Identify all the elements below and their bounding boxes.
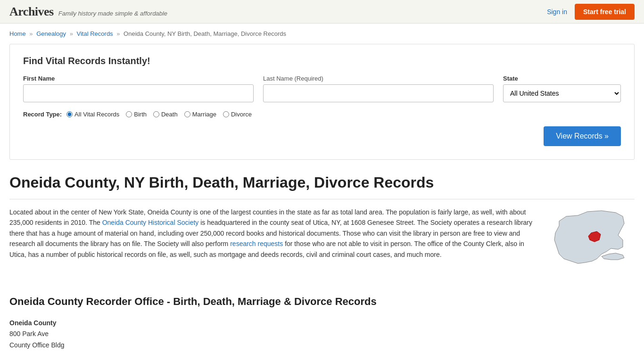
record-type-label: Record Type:	[23, 111, 62, 118]
breadcrumb-genealogy[interactable]: Genealogy	[36, 30, 66, 37]
signin-link[interactable]: Sign in	[547, 8, 567, 16]
radio-divorce-input[interactable]	[223, 111, 229, 117]
last-name-input[interactable]	[263, 84, 494, 102]
research-requests-link[interactable]: research requests	[230, 240, 283, 247]
radio-all-vital-input[interactable]	[66, 111, 73, 117]
logo: Archives	[9, 5, 54, 19]
radio-divorce-label: Divorce	[231, 111, 252, 118]
radio-marriage-input[interactable]	[184, 111, 190, 117]
page-title: Oneida County, NY Birth, Death, Marriage…	[9, 174, 635, 199]
last-name-label: Last Name (Required)	[263, 75, 494, 82]
radio-birth-label: Birth	[134, 111, 147, 118]
search-fields: First Name Last Name (Required) State Al…	[23, 75, 621, 102]
radio-all-vital-label: All Vital Records	[74, 111, 119, 118]
first-name-input[interactable]	[23, 84, 254, 102]
radio-group: All Vital Records Birth Death Marriage D…	[66, 111, 252, 118]
radio-death-input[interactable]	[153, 111, 159, 117]
radio-marriage[interactable]: Marriage	[184, 111, 216, 118]
office-address: 800 Park Ave County Office Bldg	[9, 329, 635, 351]
breadcrumb-vital-records[interactable]: Vital Records	[77, 30, 113, 37]
breadcrumb-sep-1: »	[29, 30, 33, 37]
radio-marriage-label: Marriage	[192, 111, 216, 118]
view-records-button[interactable]: View Records »	[544, 126, 621, 146]
ny-map	[550, 207, 635, 281]
breadcrumb-home[interactable]: Home	[9, 30, 26, 37]
radio-death-label: Death	[161, 111, 178, 118]
breadcrumb-current: Oneida County, NY Birth, Death, Marriage…	[124, 30, 286, 37]
breadcrumb-sep-3: »	[116, 30, 120, 37]
header-right: Sign in Start free trial	[547, 4, 635, 20]
state-label: State	[503, 75, 621, 82]
description-paragraph: Located about in the center of New York …	[9, 207, 536, 260]
state-group: State All United States New York Califor…	[503, 75, 621, 102]
header: Archives Family history made simple & af…	[0, 0, 644, 24]
record-type-row: Record Type: All Vital Records Birth Dea…	[23, 111, 621, 118]
last-name-group: Last Name (Required)	[263, 75, 494, 102]
historical-society-link[interactable]: Oneida County Historical Society	[102, 219, 199, 226]
state-select[interactable]: All United States New York California Te…	[503, 84, 621, 102]
section2-title: Oneida County Recorder Office - Birth, D…	[9, 296, 635, 312]
search-box: Find Vital Records Instantly! First Name…	[9, 44, 635, 160]
radio-all-vital[interactable]: All Vital Records	[66, 111, 119, 118]
tagline: Family history made simple & affordable	[58, 10, 167, 17]
radio-birth[interactable]: Birth	[126, 111, 147, 118]
first-name-label: First Name	[23, 75, 254, 82]
main-content: Oneida County, NY Birth, Death, Marriage…	[0, 169, 644, 362]
office-address-line1: 800 Park Ave	[9, 330, 49, 337]
view-records-row: View Records »	[23, 126, 621, 146]
breadcrumb: Home » Genealogy » Vital Records » Oneid…	[0, 24, 644, 44]
content-text: Located about in the center of New York …	[9, 207, 536, 281]
office-info: Oneida County 800 Park Ave County Office…	[9, 319, 635, 351]
search-title: Find Vital Records Instantly!	[23, 56, 621, 66]
radio-death[interactable]: Death	[153, 111, 178, 118]
long-island-shape	[602, 253, 624, 260]
office-name: Oneida County	[9, 319, 635, 327]
start-trial-button[interactable]: Start free trial	[575, 4, 635, 20]
ny-map-svg	[550, 207, 635, 280]
content-section: Located about in the center of New York …	[9, 207, 635, 281]
header-left: Archives Family history made simple & af…	[9, 5, 167, 19]
radio-birth-input[interactable]	[126, 111, 132, 117]
first-name-group: First Name	[23, 75, 254, 102]
office-address-line2: County Office Bldg	[9, 341, 64, 349]
radio-divorce[interactable]: Divorce	[223, 111, 252, 118]
breadcrumb-sep-2: »	[70, 30, 73, 37]
